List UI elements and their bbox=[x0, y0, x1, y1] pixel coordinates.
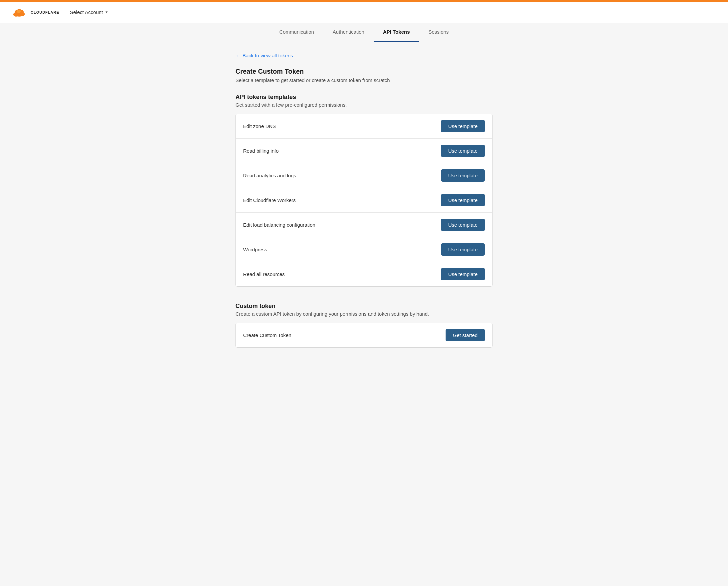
template-row: Edit load balancing configuration Use te… bbox=[236, 213, 492, 237]
tab-api-tokens[interactable]: API Tokens bbox=[374, 23, 419, 42]
template-list: Edit zone DNS Use template Read billing … bbox=[235, 114, 493, 287]
use-template-button-6[interactable]: Use template bbox=[441, 268, 485, 280]
use-template-button-4[interactable]: Use template bbox=[441, 219, 485, 231]
main-content: ← Back to view all tokens Create Custom … bbox=[228, 42, 500, 379]
template-row: Read billing info Use template bbox=[236, 139, 492, 163]
tab-communication[interactable]: Communication bbox=[270, 23, 323, 42]
template-name: Edit Cloudflare Workers bbox=[243, 197, 296, 203]
back-arrow-icon: ← bbox=[235, 53, 240, 58]
template-name: Read analytics and logs bbox=[243, 173, 296, 178]
create-token-subtitle: Select a template to get started or crea… bbox=[235, 77, 493, 83]
template-row: Read all resources Use template bbox=[236, 262, 492, 286]
logo-text: CLOUDFLARE bbox=[31, 10, 59, 14]
create-token-title: Create Custom Token bbox=[235, 68, 493, 75]
template-name: Read all resources bbox=[243, 271, 285, 277]
svg-point-6 bbox=[17, 10, 21, 13]
custom-token-row-label: Create Custom Token bbox=[243, 332, 291, 338]
template-name: Read billing info bbox=[243, 148, 279, 154]
back-link-text: Back to view all tokens bbox=[242, 53, 293, 58]
chevron-down-icon: ▼ bbox=[105, 10, 108, 14]
tabs-nav: Communication Authentication API Tokens … bbox=[0, 23, 728, 42]
tab-authentication[interactable]: Authentication bbox=[323, 23, 374, 42]
tabs-nav-inner: Communication Authentication API Tokens … bbox=[270, 23, 458, 42]
select-account-label: Select Account bbox=[70, 9, 103, 15]
use-template-button-5[interactable]: Use template bbox=[441, 243, 485, 256]
template-row: Edit zone DNS Use template bbox=[236, 114, 492, 139]
template-name: Wordpress bbox=[243, 247, 267, 252]
use-template-button-2[interactable]: Use template bbox=[441, 169, 485, 182]
cloudflare-logo-icon bbox=[11, 7, 27, 18]
templates-section: API tokens templates Get started with a … bbox=[235, 94, 493, 287]
header: CLOUDFLARE Select Account ▼ bbox=[0, 2, 728, 23]
template-name: Edit zone DNS bbox=[243, 123, 276, 129]
template-row: Edit Cloudflare Workers Use template bbox=[236, 188, 492, 213]
custom-token-row: Create Custom Token Get started bbox=[235, 323, 493, 348]
templates-section-subtitle: Get started with a few pre-configured pe… bbox=[235, 102, 493, 108]
logo-area: CLOUDFLARE bbox=[11, 7, 59, 18]
template-row: Wordpress Use template bbox=[236, 237, 492, 262]
get-started-button[interactable]: Get started bbox=[446, 329, 485, 341]
select-account-button[interactable]: Select Account ▼ bbox=[70, 9, 108, 15]
custom-token-title: Custom token bbox=[235, 303, 493, 310]
use-template-button-0[interactable]: Use template bbox=[441, 120, 485, 132]
back-link[interactable]: ← Back to view all tokens bbox=[235, 53, 293, 58]
templates-section-title: API tokens templates bbox=[235, 94, 493, 101]
template-row: Read analytics and logs Use template bbox=[236, 163, 492, 188]
template-name: Edit load balancing configuration bbox=[243, 222, 315, 228]
custom-token-subtitle: Create a custom API token by configuring… bbox=[235, 311, 493, 317]
create-token-intro: Create Custom Token Select a template to… bbox=[235, 68, 493, 83]
use-template-button-1[interactable]: Use template bbox=[441, 145, 485, 157]
use-template-button-3[interactable]: Use template bbox=[441, 194, 485, 206]
tab-sessions[interactable]: Sessions bbox=[419, 23, 458, 42]
custom-token-section: Custom token Create a custom API token b… bbox=[235, 303, 493, 348]
